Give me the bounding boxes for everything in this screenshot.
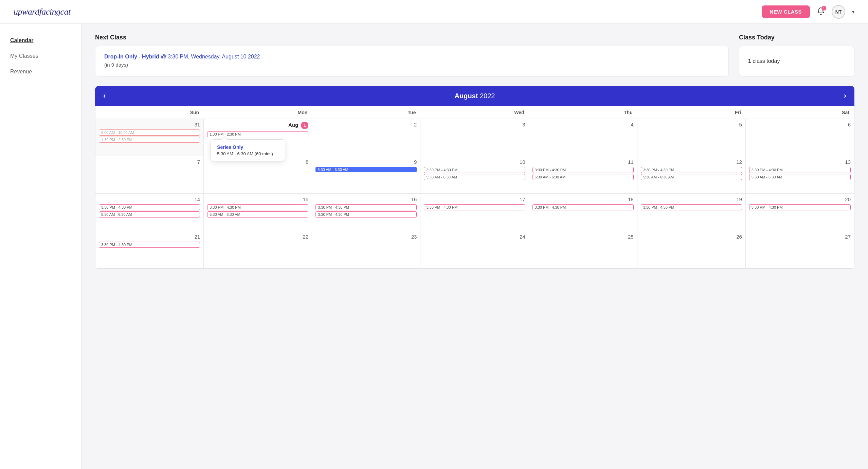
bell-icon[interactable]: 1	[817, 7, 825, 17]
cal-cell-31[interactable]: 31 9:00 AM - 10:00 AM 1:30 PM - 2:30 PM	[95, 119, 204, 156]
next-class-info: Drop-In Only - Hybrid @ 3:30 PM, Wednesd…	[104, 54, 720, 60]
cal-cell-14[interactable]: 14 3:30 PM - 4:30 PM 5:30 AM - 6:30 AM	[95, 194, 204, 231]
cal-date: 25	[532, 234, 634, 240]
main-content: Next Class Drop-In Only - Hybrid @ 3:30 …	[82, 24, 868, 469]
cal-event[interactable]: 5:30 AM - 6:30 AM	[424, 174, 525, 180]
cal-event[interactable]: 9:00 AM - 10:00 AM	[99, 129, 200, 136]
cal-cell-12[interactable]: 12 3:30 PM - 4:30 PM 5:30 AM - 6:30 AM	[637, 156, 746, 194]
calendar: ‹ August 2022 › Sun Mon Tue Wed Thu Fri …	[95, 86, 854, 269]
cal-cell-16[interactable]: 16 3:30 PM - 4:30 PM 3:30 PM - 4:30 PM	[312, 194, 420, 231]
cal-cell-4[interactable]: 4	[529, 119, 637, 156]
cal-cell-11[interactable]: 11 3:30 PM - 4:30 PM 5:30 AM - 6:30 AM	[529, 156, 637, 194]
cal-event[interactable]: 3:30 PM - 4:30 PM	[99, 242, 200, 248]
cal-date: 31	[99, 122, 200, 127]
cal-cell-20[interactable]: 20 3:30 PM - 4:30 PM	[746, 194, 854, 231]
cal-cell-13[interactable]: 13 3:30 PM - 4:30 PM 5:30 AM - 6:30 AM	[746, 156, 854, 194]
cal-event[interactable]: 3:30 PM - 4:30 PM	[424, 204, 525, 210]
cal-cell-19[interactable]: 19 3:30 PM - 4:30 PM	[637, 194, 746, 231]
prev-month-button[interactable]: ‹	[103, 91, 106, 100]
cal-date: 21	[99, 234, 200, 240]
cal-cell-10[interactable]: 10 3:30 PM - 4:30 PM 5:30 AM - 6:30 AM	[420, 156, 529, 194]
cal-cell-24[interactable]: 24	[420, 231, 529, 268]
cal-event[interactable]: 5:30 AM - 6:30 AM	[207, 211, 308, 218]
cal-cell-23[interactable]: 23	[312, 231, 420, 268]
cal-cell-5[interactable]: 5	[637, 119, 746, 156]
cal-event[interactable]: 5:30 AM - 6:30 AM	[532, 174, 634, 180]
cal-cell-3[interactable]: 3	[420, 119, 529, 156]
cal-cell-21[interactable]: 21 3:30 PM - 4:30 PM	[95, 231, 204, 268]
sidebar-item-my-classes[interactable]: My Classes	[10, 50, 71, 63]
cal-event[interactable]: 3:30 PM - 4:30 PM	[532, 167, 634, 173]
cal-cell-26[interactable]: 26	[637, 231, 746, 268]
cal-cell-9[interactable]: 9 5:30 AM - 6:30 AM	[312, 156, 420, 194]
cal-date: 6	[749, 122, 851, 127]
cal-cell-7[interactable]: 7	[95, 156, 204, 194]
next-class-card: Drop-In Only - Hybrid @ 3:30 PM, Wednesd…	[95, 46, 729, 76]
day-header-mon: Mon	[204, 106, 312, 119]
new-class-button[interactable]: NEW CLASS	[762, 5, 810, 18]
cal-event[interactable]: 3:30 PM - 4:30 PM	[641, 167, 742, 173]
sidebar-item-revenue[interactable]: Revenue	[10, 65, 71, 78]
cal-event[interactable]: 3:30 PM - 4:30 PM	[424, 167, 525, 173]
cal-event[interactable]: 3:30 PM - 4:30 PM	[749, 204, 851, 210]
cal-event[interactable]: 5:30 AM - 6:30 AM	[749, 174, 851, 180]
calendar-day-headers: Sun Mon Tue Wed Thu Fri Sat	[95, 106, 854, 119]
sidebar-item-calendar[interactable]: Calendar	[10, 34, 71, 47]
cal-cell-6[interactable]: 6	[746, 119, 854, 156]
cal-event[interactable]: 3:30 PM - 4:30 PM	[207, 204, 308, 210]
cal-badge: 1	[301, 122, 308, 129]
cal-date: 15	[207, 196, 308, 202]
logo: upwardfacingcat	[14, 7, 71, 17]
cal-event[interactable]: 5:30 AM - 6:30 AM	[315, 167, 417, 172]
day-header-sun: Sun	[95, 106, 204, 119]
cal-date: 12	[641, 159, 742, 165]
cal-date: 27	[749, 234, 851, 240]
cal-date: 9	[315, 159, 417, 165]
cal-cell-25[interactable]: 25	[529, 231, 637, 268]
cal-event[interactable]: 3:30 PM - 4:30 PM	[532, 204, 634, 210]
cal-cell-22[interactable]: 22	[204, 231, 312, 268]
next-class-time: @ 3:30 PM, Wednesday, August 10 2022	[161, 54, 260, 59]
day-header-thu: Thu	[529, 106, 637, 119]
next-month-button[interactable]: ›	[844, 91, 846, 100]
cal-date: 5	[641, 122, 742, 127]
cal-cell-17[interactable]: 17 3:30 PM - 4:30 PM	[420, 194, 529, 231]
cal-date: 20	[749, 196, 851, 202]
cal-event[interactable]: 3:30 PM - 4:30 PM	[641, 204, 742, 210]
cal-cell-2[interactable]: 2	[312, 119, 420, 156]
cal-event[interactable]: 3:30 PM - 4:30 PM	[749, 167, 851, 173]
top-cards: Next Class Drop-In Only - Hybrid @ 3:30 …	[95, 34, 854, 76]
cal-cell-18[interactable]: 18 3:30 PM - 4:30 PM	[529, 194, 637, 231]
event-tooltip: Series Only 5:30 AM - 6:30 AM (60 mins)	[211, 139, 285, 161]
cal-date: 24	[424, 234, 525, 240]
cal-date: 2	[315, 122, 417, 127]
cal-event[interactable]: 3:30 PM - 4:30 PM	[99, 204, 200, 210]
class-today-title: Class Today	[739, 34, 854, 41]
calendar-week-3: 14 3:30 PM - 4:30 PM 5:30 AM - 6:30 AM 1…	[95, 194, 854, 231]
day-header-tue: Tue	[312, 106, 420, 119]
calendar-week-1: 31 9:00 AM - 10:00 AM 1:30 PM - 2:30 PM …	[95, 119, 854, 156]
calendar-grid: Sun Mon Tue Wed Thu Fri Sat 31 9:00 AM -…	[95, 106, 854, 269]
cal-date: 18	[532, 196, 634, 202]
tooltip-title: Series Only	[217, 144, 279, 150]
cal-date: 17	[424, 196, 525, 202]
calendar-week-4: 21 3:30 PM - 4:30 PM 22 23 24 25	[95, 231, 854, 268]
bell-badge: 1	[821, 6, 826, 11]
chevron-down-icon[interactable]: ▾	[852, 9, 854, 15]
class-today-card: 1 class today	[739, 46, 854, 76]
cal-event[interactable]: 5:30 AM - 6:30 AM	[641, 174, 742, 180]
cal-date: 13	[749, 159, 851, 165]
cal-event[interactable]: 1:30 PM - 2:30 PM	[99, 137, 200, 143]
cal-event[interactable]: 3:30 PM - 4:30 PM	[315, 211, 417, 218]
cal-cell-15[interactable]: 15 3:30 PM - 4:30 PM 5:30 AM - 6:30 AM	[204, 194, 312, 231]
cal-cell-aug1[interactable]: Aug 1 1:30 PM - 2:30 PM Series Only 5:30…	[204, 119, 312, 156]
user-avatar[interactable]: NT	[832, 5, 845, 19]
cal-date: Aug 1	[207, 122, 308, 129]
cal-cell-8[interactable]: 8	[204, 156, 312, 194]
calendar-month-label: August 2022	[455, 92, 495, 100]
class-today-section: Class Today 1 class today	[739, 34, 854, 76]
cal-date: 26	[641, 234, 742, 240]
cal-event[interactable]: 5:30 AM - 6:30 AM	[99, 211, 200, 218]
cal-cell-27[interactable]: 27	[746, 231, 854, 268]
cal-event[interactable]: 3:30 PM - 4:30 PM	[315, 204, 417, 210]
